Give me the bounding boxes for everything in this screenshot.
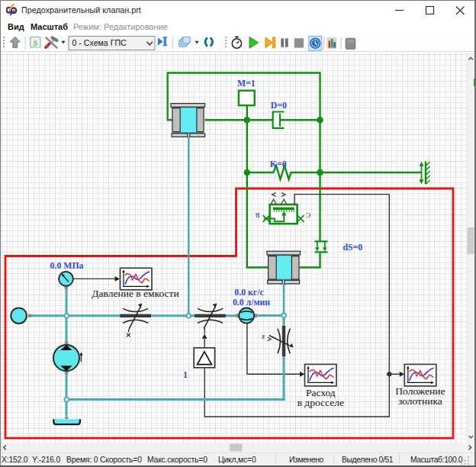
svg-text:Давление в емкости: Давление в емкости [92,288,178,299]
svg-text:0 - Схема ГПС: 0 - Схема ГПС [72,38,127,47]
svg-text:1: 1 [183,369,188,380]
svg-text:0.0 МПа: 0.0 МПа [50,260,84,271]
svg-text:0.0 л/мин: 0.0 л/мин [233,297,270,308]
svg-text:x: x [261,333,265,340]
svg-text:C: C [306,211,310,219]
svg-text:S: S [34,39,38,47]
svg-text:K=0: K=0 [270,159,287,169]
svg-text:D=0: D=0 [271,100,287,111]
svg-text:M=1: M=1 [237,78,256,89]
svg-text:в дросселе: в дросселе [298,397,344,408]
svg-text:золотника: золотника [398,395,442,407]
svg-text:R: R [256,211,260,219]
svg-text:dS=0: dS=0 [343,242,362,253]
